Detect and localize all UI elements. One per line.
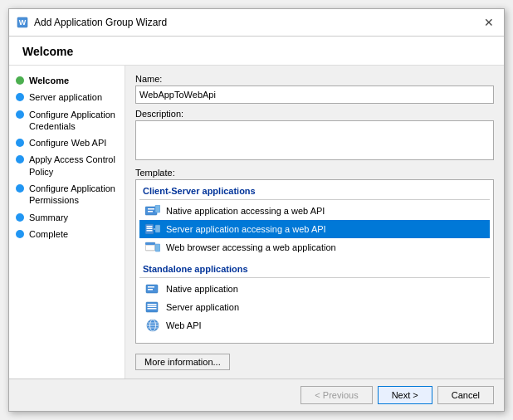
step-dot-complete — [16, 230, 24, 238]
name-field-group: Name: — [135, 74, 494, 104]
app-icon — [144, 204, 161, 217]
step-item-summary[interactable]: Summary — [9, 209, 125, 226]
template-item-label: Server application accessing a web API — [166, 224, 326, 234]
template-item-label: Native application accessing a web API — [166, 206, 325, 216]
step-label-apply-access: Apply Access Control Policy — [29, 154, 118, 178]
dialog-window: W Add Application Group Wizard ✕ Welcome… — [8, 8, 505, 412]
svg-rect-15 — [155, 244, 160, 252]
close-button[interactable]: ✕ — [481, 14, 497, 31]
step-label-summary: Summary — [29, 212, 68, 223]
step-label-configure-permissions: Configure Application Permissions — [29, 183, 118, 207]
svg-rect-3 — [148, 208, 154, 210]
svg-rect-20 — [148, 304, 157, 305]
template-item-server-app[interactable]: Server application — [139, 298, 490, 316]
step-item-configure-permissions[interactable]: Configure Application Permissions — [9, 180, 125, 209]
step-label-complete: Complete — [29, 228, 68, 240]
description-field-group: Description: — [135, 109, 494, 163]
svg-rect-18 — [148, 289, 153, 291]
step-dot-configure-credentials — [16, 110, 24, 119]
main-content: Name: Description: Template: Client-Serv… — [125, 66, 504, 378]
step-dot-configure-web-api — [16, 139, 24, 147]
more-info-container: More information... — [135, 349, 494, 370]
step-item-apply-access[interactable]: Apply Access Control Policy — [9, 151, 125, 180]
svg-text:W: W — [19, 18, 27, 27]
step-dot-apply-access — [16, 155, 24, 164]
more-info-button[interactable]: More information... — [135, 354, 230, 370]
dialog-body: Welcome Server application Configure App… — [9, 66, 504, 378]
step-label-server-application: Server application — [29, 91, 102, 103]
svg-rect-21 — [148, 306, 157, 308]
template-box: Client-Server applications Native applic… — [135, 179, 494, 344]
svg-rect-5 — [155, 205, 160, 212]
step-dot-summary — [16, 213, 24, 222]
template-item-label: Web browser accessing a web application — [166, 242, 336, 252]
globe-icon — [144, 319, 161, 332]
svg-rect-10 — [155, 225, 160, 232]
previous-button[interactable]: < Previous — [300, 386, 372, 404]
name-input[interactable] — [135, 85, 494, 104]
template-item-web-api[interactable]: Web API — [139, 316, 490, 335]
template-item-server-web-api[interactable]: Server application accessing a web API — [139, 220, 490, 238]
template-item-native-web-api[interactable]: Native application accessing a web API — [139, 202, 490, 220]
template-item-label: Web API — [166, 320, 202, 330]
svg-rect-9 — [147, 230, 153, 232]
template-item-native-app[interactable]: Native application — [139, 280, 490, 298]
template-item-label: Server application — [166, 302, 239, 312]
svg-rect-14 — [146, 246, 154, 250]
template-label: Template: — [135, 168, 494, 178]
step-label-configure-web-api: Configure Web API — [29, 137, 106, 149]
step-label-configure-credentials: Configure Application Credentials — [29, 109, 118, 133]
step-label-welcome: Welcome — [29, 75, 69, 86]
svg-rect-7 — [147, 226, 153, 227]
svg-rect-4 — [148, 211, 153, 212]
cancel-button[interactable]: Cancel — [437, 386, 494, 404]
dialog-title: Welcome — [22, 45, 491, 58]
svg-rect-8 — [147, 228, 153, 230]
svg-rect-22 — [148, 308, 157, 310]
dialog-header: Welcome — [9, 37, 504, 66]
server-icon — [144, 222, 161, 236]
step-item-welcome[interactable]: Welcome — [9, 72, 125, 89]
template-field-group: Template: Client-Server applications — [135, 168, 494, 370]
browser-icon — [144, 241, 161, 254]
step-dot-configure-permissions — [16, 184, 24, 193]
svg-rect-13 — [145, 242, 155, 245]
title-bar: W Add Application Group Wizard ✕ — [9, 9, 504, 37]
steps-panel: Welcome Server application Configure App… — [9, 66, 125, 378]
app-icon-2 — [144, 282, 161, 295]
template-item-label: Native application — [166, 284, 238, 294]
step-item-complete[interactable]: Complete — [9, 226, 125, 242]
wizard-icon: W — [16, 16, 29, 29]
name-label: Name: — [135, 74, 494, 84]
title-text: Add Application Group Wizard — [34, 17, 167, 28]
description-input[interactable] — [135, 120, 494, 160]
server-icon-2 — [144, 300, 161, 314]
step-item-configure-credentials[interactable]: Configure Application Credentials — [9, 106, 125, 135]
svg-rect-17 — [148, 286, 154, 288]
step-dot-welcome — [16, 76, 24, 85]
group-title-client-server: Client-Server applications — [139, 183, 490, 198]
dialog-footer: < Previous Next > Cancel — [9, 378, 504, 411]
next-button[interactable]: Next > — [378, 386, 432, 404]
template-item-browser-web-app[interactable]: Web browser accessing a web application — [139, 238, 490, 256]
step-item-configure-web-api[interactable]: Configure Web API — [9, 134, 125, 151]
title-bar-left: W Add Application Group Wizard — [16, 16, 167, 29]
group-title-standalone: Standalone applications — [139, 261, 490, 276]
step-item-server-application[interactable]: Server application — [9, 89, 125, 105]
description-label: Description: — [135, 109, 494, 119]
step-dot-server-application — [16, 93, 24, 101]
